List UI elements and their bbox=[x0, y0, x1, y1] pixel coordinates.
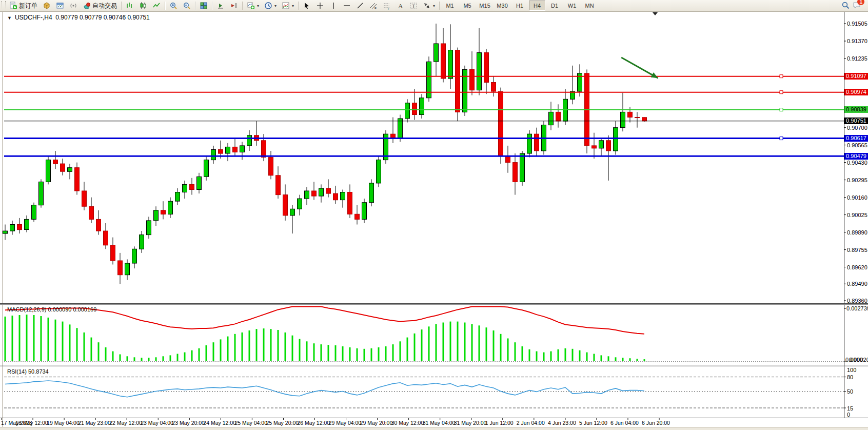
time-axis-label[interactable]: 31 May 04:00 bbox=[423, 420, 456, 426]
macd-bar bbox=[134, 357, 135, 361]
time-axis-label[interactable]: 23 May 04:00 bbox=[141, 420, 173, 426]
search-icon[interactable] bbox=[841, 1, 850, 11]
candle-down bbox=[326, 188, 331, 193]
time-axis-label[interactable]: 24 May 12:00 bbox=[203, 420, 236, 426]
market-box-button[interactable] bbox=[40, 0, 53, 11]
time-axis-label[interactable]: 19 May 04:00 bbox=[47, 420, 80, 426]
text-button[interactable]: A bbox=[393, 0, 407, 11]
macd-bar bbox=[206, 345, 207, 361]
time-axis-label[interactable]: 6 Jun 04:00 bbox=[610, 420, 639, 426]
time-axis-label[interactable]: 25 May 20:00 bbox=[266, 420, 299, 426]
time-axis-label[interactable]: 25 May 04:00 bbox=[234, 420, 267, 426]
timeframe-d1-button[interactable]: D1 bbox=[546, 1, 563, 11]
time-axis-label[interactable]: 26 May 12:00 bbox=[298, 420, 330, 426]
time-axis-label[interactable]: 29 May 04:00 bbox=[329, 420, 362, 426]
dropdown-arrow-icon[interactable]: ▾ bbox=[274, 4, 277, 8]
macd-bar bbox=[199, 348, 200, 361]
macd-bar bbox=[12, 316, 13, 361]
horizontal-line-button[interactable] bbox=[340, 0, 353, 11]
chart-collapse-icon[interactable]: ▼ bbox=[7, 15, 12, 21]
macd-bar bbox=[306, 341, 308, 361]
svg-text:A: A bbox=[398, 2, 403, 10]
time-axis-label[interactable]: 1 Jun 12:00 bbox=[485, 420, 514, 426]
time-axis-label[interactable]: 29 May 20:00 bbox=[360, 420, 393, 426]
timeframe-w1-button[interactable]: W1 bbox=[564, 1, 580, 11]
timeframe-m1-button[interactable]: M1 bbox=[442, 1, 458, 11]
cursor-button[interactable] bbox=[300, 0, 313, 11]
dropdown-arrow-icon[interactable]: ▾ bbox=[433, 4, 435, 8]
candle-up bbox=[398, 119, 403, 138]
time-axis-label[interactable]: 22 May 12:00 bbox=[109, 420, 142, 426]
macd-bar bbox=[385, 346, 387, 361]
candle-up bbox=[46, 160, 51, 182]
bar-chart-button[interactable] bbox=[123, 0, 136, 11]
profiles-button[interactable]: ▾ bbox=[262, 0, 279, 11]
time-axis-label[interactable]: 4 Jun 23:00 bbox=[548, 420, 576, 426]
timeframe-m5-button[interactable]: M5 bbox=[459, 1, 476, 11]
dropdown-arrow-icon[interactable]: ▾ bbox=[292, 4, 294, 8]
fibonacci-button[interactable]: F bbox=[380, 0, 393, 11]
chart-window-icon bbox=[56, 2, 64, 10]
chart-window-button[interactable] bbox=[53, 0, 67, 11]
text-label-button[interactable]: T bbox=[407, 0, 420, 11]
new-chart-button[interactable]: ▾ bbox=[244, 0, 262, 11]
candle-up bbox=[154, 210, 159, 221]
notifications-button[interactable]: 1 bbox=[853, 1, 861, 11]
time-axis-label[interactable]: 5 Jun 12:00 bbox=[579, 420, 607, 426]
hline-handle-0.90974[interactable] bbox=[780, 91, 783, 94]
time-axis-label[interactable]: 31 May 20:00 bbox=[454, 420, 487, 426]
dropdown-arrow-icon[interactable]: ▾ bbox=[257, 4, 259, 8]
market-box-icon bbox=[43, 2, 51, 10]
hline-handle-0.90617[interactable] bbox=[780, 137, 783, 140]
tile-windows-button[interactable] bbox=[197, 0, 210, 11]
chart-shift-button[interactable] bbox=[214, 0, 227, 11]
toolbar-separator bbox=[121, 2, 122, 10]
time-axis-label[interactable]: 30 May 12:00 bbox=[391, 420, 424, 426]
equidistant-channel-button[interactable]: E bbox=[367, 0, 380, 11]
timeframe-m15-button[interactable]: M15 bbox=[477, 1, 493, 11]
rsi-value: 50.8734 bbox=[28, 368, 49, 375]
macd-bar bbox=[328, 345, 329, 361]
svg-text:E: E bbox=[374, 7, 377, 10]
candlestick-chart-button[interactable] bbox=[136, 0, 150, 11]
timeframe-mn-button[interactable]: MN bbox=[581, 1, 598, 11]
candle-up bbox=[341, 192, 345, 200]
trend-line-button[interactable] bbox=[353, 0, 367, 11]
new-order-icon bbox=[9, 2, 17, 10]
candle-up bbox=[247, 135, 252, 146]
candle-up bbox=[226, 147, 230, 153]
candle-down bbox=[412, 103, 417, 115]
crosshair-button[interactable] bbox=[313, 0, 327, 11]
arrows-button[interactable]: ▾ bbox=[420, 0, 438, 11]
auto-scroll-button[interactable] bbox=[227, 0, 241, 11]
zoom-out-button[interactable] bbox=[180, 0, 193, 11]
svg-text:T: T bbox=[412, 4, 416, 9]
price-badge-0.90617: 0.90617 bbox=[844, 135, 868, 142]
toolbar-grip[interactable] bbox=[1, 1, 6, 10]
timeframe-h1-button[interactable]: H1 bbox=[511, 1, 528, 11]
time-axis-label[interactable]: 21 May 23:00 bbox=[78, 420, 111, 426]
timeframe-m30-button[interactable]: M30 bbox=[494, 1, 510, 11]
vertical-line-button[interactable] bbox=[327, 0, 340, 11]
macd-bar bbox=[436, 324, 437, 361]
signals-button[interactable] bbox=[67, 0, 80, 11]
macd-bar bbox=[321, 344, 322, 361]
new-order-button[interactable]: 新订单 bbox=[7, 0, 40, 11]
macd-bar bbox=[536, 351, 538, 361]
time-axis-label[interactable]: 6 Jun 20:00 bbox=[642, 420, 670, 426]
candle-down bbox=[17, 225, 22, 230]
time-axis-label[interactable]: 23 May 20:00 bbox=[172, 420, 205, 426]
time-axis-label[interactable]: 2 Jun 04:00 bbox=[517, 420, 545, 426]
vertical-line-icon bbox=[329, 2, 338, 10]
hline-handle-0.91097[interactable] bbox=[780, 75, 783, 78]
chart-canvas[interactable] bbox=[0, 0, 868, 430]
auto-trading-button[interactable]: 自动交易 bbox=[80, 0, 120, 11]
timeframe-h4-button[interactable]: H4 bbox=[529, 1, 545, 11]
price-tick-label: 0.91235 bbox=[847, 56, 868, 62]
hline-handle-0.90839[interactable] bbox=[780, 108, 783, 111]
line-chart-button[interactable] bbox=[150, 0, 163, 11]
indicators-list-button[interactable]: ▾ bbox=[279, 0, 297, 11]
zoom-in-button[interactable] bbox=[167, 0, 180, 11]
time-axis-label[interactable]: 18 May 12:00 bbox=[15, 420, 48, 426]
candle-up bbox=[599, 141, 604, 148]
